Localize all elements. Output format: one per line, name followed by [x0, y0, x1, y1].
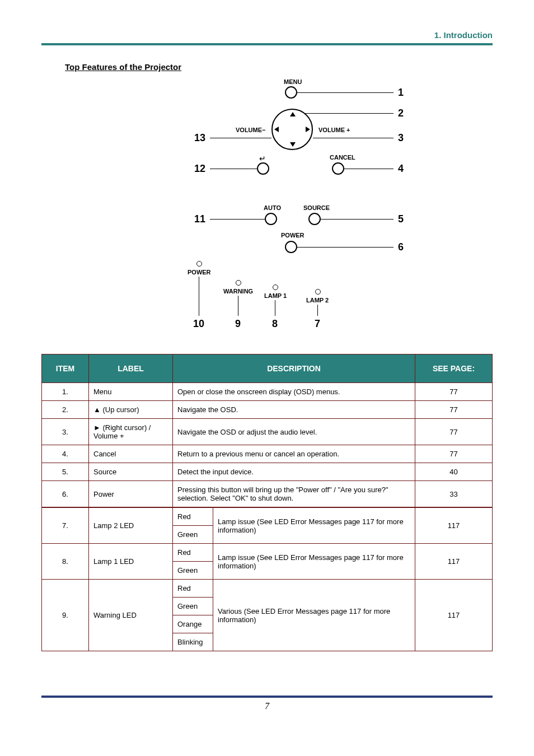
cell-desc: Navigate the OSD. [173, 401, 415, 419]
cancel-button[interactable] [332, 162, 344, 175]
leader-7v [317, 305, 318, 316]
leader-13 [210, 138, 271, 138]
table-row: 5. Source Detect the input device. 40 [42, 463, 493, 481]
table-row: 6. Power Pressing this button will bring… [42, 481, 493, 507]
cell-item: 7. [42, 508, 89, 544]
power-led [196, 261, 202, 267]
cell-label: Cancel [89, 445, 173, 463]
volume-minus-label: VOLUME− [236, 127, 265, 133]
cell-label: Lamp 1 LED [89, 544, 173, 580]
section-title: Top Features of the Projector [65, 62, 493, 72]
callout-2: 2 [398, 108, 404, 119]
cancel-label: CANCEL [330, 154, 355, 161]
cell-item: 3. [42, 419, 89, 445]
callout-13: 13 [194, 132, 205, 144]
callout-3: 3 [398, 132, 404, 144]
callout-4: 4 [398, 163, 404, 175]
leader-1 [297, 92, 394, 93]
leader-3 [313, 138, 394, 138]
cell-item: 5. [42, 463, 89, 481]
cell-page: 77 [415, 445, 493, 463]
cell-page: 77 [415, 383, 493, 401]
warning-led-label: WARNING [223, 288, 253, 295]
cell-label: Power [89, 481, 173, 507]
cell-label: Warning LED [89, 580, 173, 651]
table-row: 3. ► (Right cursor) / Volume + Navigate … [42, 419, 493, 445]
cell-desc: Lamp issue (See LED Error Messages page … [213, 544, 415, 580]
table-row: 4. Cancel Return to a previous menu or c… [42, 445, 493, 463]
cell-page: 117 [415, 508, 493, 544]
power-button[interactable] [285, 241, 297, 253]
leader-10v [199, 277, 199, 316]
auto-label: AUTO [264, 204, 281, 211]
lamp2-led [315, 289, 321, 295]
menu-label: MENU [284, 78, 302, 85]
header-rule [41, 43, 493, 45]
leader-8v [275, 300, 275, 316]
power-button-label: POWER [281, 232, 305, 239]
right-arrow-icon [306, 127, 310, 132]
table-row: 9. Warning LED Red Various (See LED Erro… [42, 580, 493, 598]
leader-12 [210, 169, 257, 169]
auto-button[interactable] [265, 213, 277, 225]
cell-sub: Green [173, 598, 213, 615]
lamp1-led-label: LAMP 1 [264, 292, 287, 299]
cell-item: 1. [42, 383, 89, 401]
source-button[interactable] [308, 213, 321, 225]
cell-label: Menu [89, 383, 173, 401]
volume-plus-label: VOLUME + [318, 127, 350, 133]
cell-page: 40 [415, 463, 493, 481]
table-row: 2. ▲ (Up cursor) Navigate the OSD. 77 [42, 401, 493, 419]
warning-led [236, 280, 241, 286]
cell-label: Lamp 2 LED [89, 508, 173, 544]
cell-desc: Detect the input device. [173, 463, 415, 481]
source-label: SOURCE [303, 204, 330, 211]
table-header-row: ITEM LABEL DESCRIPTION SEE PAGE: [42, 354, 493, 383]
control-panel-diagram: MENU VOLUME− VOLUME + CANCEL ↵ AUTO SOUR… [71, 78, 463, 342]
cell-page: 117 [415, 580, 493, 651]
table-row: 7. Lamp 2 LED Red Lamp issue (See LED Er… [42, 508, 493, 526]
enter-button[interactable] [257, 162, 269, 175]
cell-item: 9. [42, 580, 89, 651]
leader-5 [321, 219, 394, 220]
callout-7: 7 [315, 318, 320, 330]
callout-10: 10 [193, 318, 204, 330]
cell-page: 117 [415, 544, 493, 580]
page-footer: 7 [41, 696, 493, 711]
leader-2 [304, 113, 394, 114]
cell-sub: Orange [173, 615, 213, 633]
callout-8: 8 [272, 318, 278, 330]
cell-item: 8. [42, 544, 89, 580]
callout-11: 11 [194, 213, 205, 225]
leader-4 [344, 169, 394, 169]
cell-sub: Green [173, 526, 213, 544]
cell-sub: Red [173, 544, 213, 562]
callout-6: 6 [398, 241, 404, 253]
lamp2-led-label: LAMP 2 [306, 297, 329, 304]
callout-12: 12 [194, 163, 205, 175]
cell-label: Source [89, 463, 173, 481]
th-desc: DESCRIPTION [173, 354, 415, 383]
down-arrow-icon [290, 142, 296, 147]
cell-item: 6. [42, 481, 89, 507]
cell-desc: Navigate the OSD or adjust the audio lev… [173, 419, 415, 445]
cell-desc: Return to a previous menu or cancel an o… [173, 445, 415, 463]
features-table-sub: 7. Lamp 2 LED Red Lamp issue (See LED Er… [41, 507, 493, 651]
menu-button[interactable] [285, 86, 297, 99]
left-arrow-icon [274, 127, 279, 132]
cell-page: 33 [415, 481, 493, 507]
cell-sub: Red [173, 580, 213, 598]
cell-item: 2. [42, 401, 89, 419]
up-arrow-icon [290, 112, 296, 116]
page-number: 7 [41, 701, 493, 711]
enter-icon: ↵ [259, 154, 266, 163]
cell-desc: Various (See LED Error Messages page 117… [213, 580, 415, 651]
cell-sub: Red [173, 508, 213, 526]
callout-9: 9 [235, 318, 241, 330]
leader-6 [297, 247, 394, 248]
cell-page: 77 [415, 401, 493, 419]
cell-sub: Green [173, 562, 213, 580]
power-led-label: POWER [188, 269, 211, 276]
th-item: ITEM [42, 354, 89, 383]
th-label: LABEL [89, 354, 173, 383]
